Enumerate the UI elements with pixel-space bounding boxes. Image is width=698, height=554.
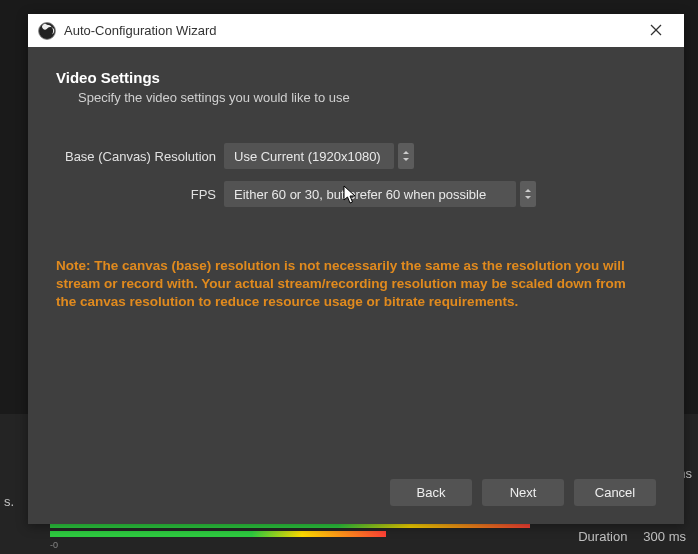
fps-dropdown[interactable]: Either 60 or 30, but prefer 60 when poss…	[224, 181, 516, 207]
audio-meter-ticks: -0	[50, 540, 530, 550]
resolution-row: Base (Canvas) Resolution Use Current (19…	[56, 143, 656, 169]
background-partial-dot: s.	[4, 494, 14, 509]
fps-label: FPS	[56, 187, 224, 202]
audio-meter: -0	[50, 522, 530, 548]
resolution-label: Base (Canvas) Resolution	[56, 149, 224, 164]
fps-value: Either 60 or 30, but prefer 60 when poss…	[234, 187, 486, 202]
resolution-dropdown[interactable]: Use Current (1920x1080)	[224, 143, 394, 169]
dialog-content: Video Settings Specify the video setting…	[28, 47, 684, 524]
duration-value: 300 ms	[643, 529, 686, 544]
chevron-down-icon	[403, 158, 409, 161]
fps-spinner[interactable]	[520, 181, 536, 207]
back-button[interactable]: Back	[390, 479, 472, 506]
dialog-window: Auto-Configuration Wizard Video Settings…	[28, 14, 684, 524]
duration-label: Duration	[578, 529, 627, 544]
button-row: Back Next Cancel	[56, 469, 656, 510]
dialog-title: Auto-Configuration Wizard	[64, 23, 636, 38]
page-heading: Video Settings	[56, 69, 656, 86]
status-bar: Duration 300 ms	[578, 529, 686, 544]
chevron-down-icon	[525, 196, 531, 199]
close-icon	[650, 22, 662, 40]
page-subheading: Specify the video settings you would lik…	[78, 90, 656, 105]
resolution-spinner[interactable]	[398, 143, 414, 169]
close-button[interactable]	[636, 14, 676, 47]
chevron-up-icon	[403, 151, 409, 154]
audio-meter-bar-2	[50, 531, 386, 537]
next-button[interactable]: Next	[482, 479, 564, 506]
resolution-value: Use Current (1920x1080)	[234, 149, 381, 164]
titlebar: Auto-Configuration Wizard	[28, 14, 684, 47]
note-text: Note: The canvas (base) resolution is no…	[56, 257, 656, 312]
cancel-button[interactable]: Cancel	[574, 479, 656, 506]
chevron-up-icon	[525, 189, 531, 192]
obs-logo-icon	[38, 22, 56, 40]
fps-row: FPS Either 60 or 30, but prefer 60 when …	[56, 181, 656, 207]
